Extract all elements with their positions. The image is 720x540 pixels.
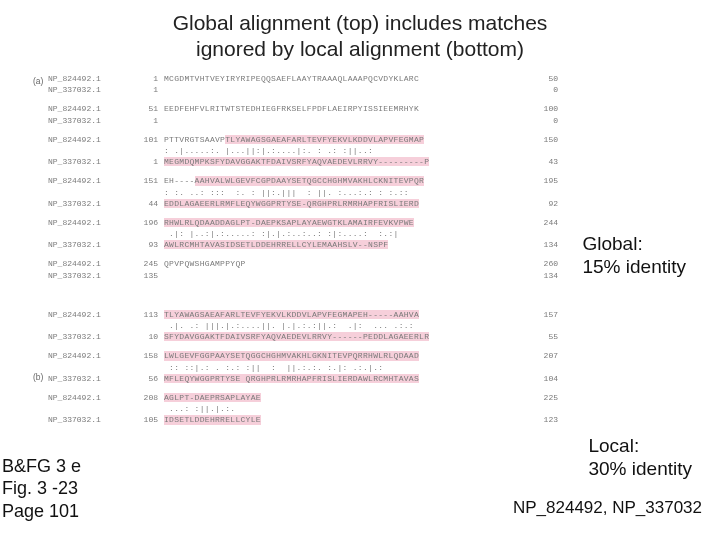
seq-row: NP_337032.110 [48, 116, 558, 125]
seq-row: NP_337032.193AWLRCMHTAVASIDSETLDDEHRRELL… [48, 240, 558, 249]
seq-row: NP_824492.1245QPVPQWSHGAMPPYQP260 [48, 259, 558, 268]
seq-row: NP_337032.11MEGMDQMPKSFYDAVGGAKTFDAIVSRF… [48, 157, 558, 166]
seq-row: NP_337032.1135134 [48, 271, 558, 280]
seq-row: NP_824492.1196RHWLRLQDAADDAGLPT-DAEPKSAP… [48, 218, 558, 227]
seq-row: NP_824492.151EEDFEHFVLRITWTSTEDHIEGFRKSE… [48, 104, 558, 113]
local-annotation: Local: 30% identity [588, 435, 692, 481]
seq-row: NP_824492.1158LWLGEVFGGPAAYSETQGGCHGHMVA… [48, 351, 558, 360]
match-row: : .|.....:. |...||:|.:....|:. : .: :||..… [48, 146, 558, 155]
accession-ids: NP_824492, NP_337032 [513, 498, 702, 518]
title-line2: ignored by local alignment (bottom) [196, 37, 524, 60]
panel-a-label: (a) [33, 76, 43, 86]
panel-b-label: (b) [33, 372, 43, 382]
seq-row: NP_337032.110SFYDAVGGAKTFDAIVSRFYAQVAEDE… [48, 332, 558, 341]
seq-row: NP_824492.11MCGDMTVHTVEYIRYRIPEQQSAEFLAA… [48, 74, 558, 83]
global-annotation: Global: 15% identity [582, 233, 686, 279]
match-row: ...: :||.|.:. [48, 404, 558, 413]
seq-row: NP_337032.156MFLEQYWGGPRTYSE QRGHPRLRMRH… [48, 374, 558, 383]
seq-row: NP_337032.144EDDLAGAEERLRMFLEQYWGGPRTYSE… [48, 199, 558, 208]
title-line1: Global alignment (top) includes matches [173, 11, 548, 34]
match-row: : :. ..: ::: :. : ||:.||| : ||. :...:.: … [48, 188, 558, 197]
match-row: .|: |..:|.:.....: :|.|.:..:..: :|:....: … [48, 229, 558, 238]
alignment-panel: NP_824492.11MCGDMTVHTVEYIRYRIPEQQSAEFLAA… [48, 74, 558, 427]
slide-title: Global alignment (top) includes matches … [0, 0, 720, 71]
seq-row: NP_337032.1105IDSETLDDEHRRELLCYLE123 [48, 415, 558, 424]
match-row: :: ::|.: . :.: :|| : ||.:.:. :.|: .:.|.: [48, 363, 558, 372]
seq-row: NP_824492.1151EH----AAHVALWLGEVFCGPDAAYS… [48, 176, 558, 185]
seq-row: NP_337032.110 [48, 85, 558, 94]
seq-row: NP_824492.1101PTTVRGTSAAVPTLYAWAGSGAEAFA… [48, 135, 558, 144]
reference-citation: B&FG 3 e Fig. 3 -23 Page 101 [2, 455, 81, 523]
seq-row: NP_824492.1113TLYAWAGSAEAFARLTEVFYEKVLKD… [48, 310, 558, 319]
seq-row: NP_824492.1208AGLPT-DAEPRSAPLAYAE225 [48, 393, 558, 402]
match-row: .|. .: |||.|.:....||. |.|.:.:||.: .|: ..… [48, 321, 558, 330]
